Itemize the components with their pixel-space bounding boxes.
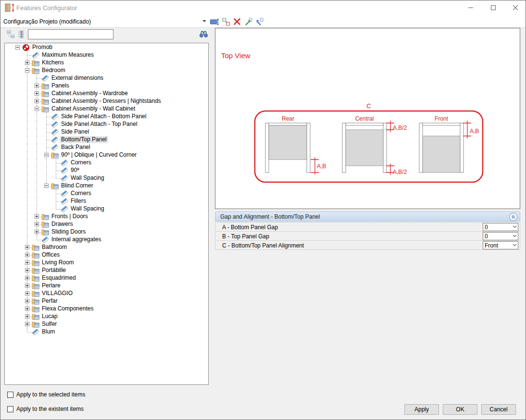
tree-expander-plus[interactable] <box>25 307 29 311</box>
property-dropdown[interactable]: 0 <box>483 232 518 240</box>
tree-item[interactable]: Fronts | Doors <box>5 213 208 221</box>
tree-expander-plus[interactable] <box>25 253 29 257</box>
tree-expander-minus[interactable] <box>44 184 49 188</box>
tree-expander-plus[interactable] <box>25 61 29 65</box>
tree-expander-minus[interactable] <box>25 68 29 73</box>
svg-text:Front: Front <box>435 115 449 122</box>
minimize-button[interactable] <box>460 0 482 15</box>
tree-item[interactable]: Portábille <box>5 267 208 274</box>
apply-selected-items-option[interactable]: Apply to the selected items <box>7 391 85 398</box>
tree-expander-plus[interactable] <box>35 99 39 103</box>
tree-item[interactable]: 90ª <box>5 167 208 174</box>
apply-selected-checkbox[interactable] <box>7 392 13 398</box>
tree-item[interactable]: Promob <box>5 44 208 51</box>
tree-item[interactable]: Panels <box>5 82 208 90</box>
apply-existent-items-option[interactable]: Apply to the existent items <box>7 405 84 413</box>
tree-item[interactable]: 90º | Oblique | Curved Corner <box>5 151 208 159</box>
tree-expander-plus[interactable] <box>35 230 39 234</box>
folder-icon <box>51 151 59 159</box>
tree-item[interactable]: Sliding Doors <box>5 228 208 236</box>
toolbar: Configuração Projeto (modificado) <box>0 15 526 28</box>
tree-item[interactable]: Bedroom <box>5 67 208 74</box>
tree-item[interactable]: Cabinet Assembly - Wall Cabinet <box>5 105 208 113</box>
tree-item[interactable]: Corners <box>5 190 208 198</box>
cancel-button[interactable]: Cancel <box>481 404 516 415</box>
apply-existent-checkbox[interactable] <box>7 406 13 412</box>
property-dropdown[interactable]: 0 <box>483 223 518 231</box>
apply-button[interactable]: Apply <box>404 404 439 415</box>
property-row: C - Bottom/Top Panel AlignmentFront <box>215 240 520 250</box>
maximize-button[interactable] <box>482 0 504 15</box>
tree-item[interactable]: Wall Spacing <box>5 205 208 213</box>
tree-item[interactable]: Kitchens <box>5 59 208 67</box>
tree-item[interactable]: Perfar <box>5 297 208 305</box>
tree-item[interactable]: Esquadrimed <box>5 274 208 282</box>
tree-item[interactable]: Blind Corner <box>5 182 208 190</box>
tree-expander-plus[interactable] <box>25 322 29 326</box>
tree-expander-plus[interactable] <box>25 314 29 319</box>
property-label: B - Top Panel Gap <box>222 233 269 240</box>
tree-item[interactable]: Living Room <box>5 259 208 267</box>
cabinet-front: Front A,B <box>419 115 479 173</box>
property-dropdown-value: Front <box>485 242 498 249</box>
svg-text:A,B: A,B <box>470 128 479 135</box>
tree-item[interactable]: Corners <box>5 159 208 167</box>
tree-item[interactable]: VILLAGGIO <box>5 290 208 297</box>
tree-item[interactable]: Maximum Measures <box>5 51 208 59</box>
tree-expander-minus[interactable] <box>44 153 49 157</box>
find-binoculars-icon[interactable] <box>199 30 209 38</box>
tree-item[interactable]: Internal aggregates <box>5 236 208 244</box>
tree-item[interactable]: Lucap <box>5 313 208 321</box>
tree-expander-plus[interactable] <box>35 91 39 96</box>
tree-item[interactable]: Bathroom <box>5 244 208 251</box>
tree-item[interactable]: Side Panel Attach - Top Panel <box>5 121 208 128</box>
tree-expander-plus[interactable] <box>25 268 29 272</box>
delete-configuration-button[interactable] <box>232 17 242 26</box>
tree-expander-plus[interactable] <box>25 260 29 265</box>
rename-configuration-button[interactable] <box>210 17 220 26</box>
tree-item[interactable]: Side Panel Attach - Bottom Panel <box>5 113 208 121</box>
tree-expander-plus[interactable] <box>35 222 39 226</box>
tree-expander-plus[interactable] <box>35 214 39 219</box>
close-button[interactable] <box>504 0 526 15</box>
tree-item[interactable]: Perlare <box>5 282 208 290</box>
ok-button[interactable]: OK <box>443 404 477 415</box>
tree-item[interactable]: Cabinet Assembly - Wardrobe <box>5 90 208 98</box>
expand-all-icon[interactable] <box>17 30 26 39</box>
tree-expander-minus[interactable] <box>35 107 39 111</box>
tree-item[interactable]: Wall Spacing <box>5 174 208 182</box>
import-configuration-button[interactable] <box>254 17 264 26</box>
tree-item[interactable]: External dimensions <box>5 74 208 82</box>
tree-item[interactable]: Bottom/Top Panel <box>5 136 208 144</box>
folder-icon <box>32 251 39 259</box>
tree-item[interactable]: Fillers <box>5 198 208 205</box>
tree-item[interactable]: Side Panel <box>5 128 208 136</box>
tree-item[interactable]: Cabinet Assembly - Dressers | Nightstand… <box>5 98 208 105</box>
configuration-selector[interactable]: Configuração Projeto (modificado) <box>3 17 207 26</box>
collapse-all-icon[interactable] <box>7 30 15 39</box>
tree-item-label: Promob <box>31 44 54 51</box>
property-group-header[interactable]: Gap and Alignment - Bottom/Top Panel <box>215 211 520 222</box>
tree-item[interactable]: Flexa Componentes <box>5 305 208 313</box>
tree-item[interactable]: Drawers <box>5 221 208 228</box>
collapse-section-icon[interactable] <box>509 213 517 221</box>
property-dropdown[interactable]: Front <box>483 241 518 249</box>
tree-expander-plus[interactable] <box>35 84 39 88</box>
tree-item[interactable]: Back Panel <box>5 144 208 151</box>
tree-expander-plus[interactable] <box>25 291 29 296</box>
tree-expander-plus[interactable] <box>25 299 29 303</box>
tree-expander-plus[interactable] <box>25 245 29 249</box>
svg-text:A,B/2: A,B/2 <box>393 169 407 175</box>
tree-item[interactable]: Blum <box>5 328 208 336</box>
folder-icon <box>41 105 49 113</box>
copy-configuration-button[interactable] <box>221 17 231 26</box>
tree-item-label: Maximum Measures <box>40 51 95 59</box>
folder-icon <box>32 282 39 290</box>
tree-expander-plus[interactable] <box>25 276 29 280</box>
tree-expander-plus[interactable] <box>25 284 29 288</box>
tree-item[interactable]: Offices <box>5 251 208 259</box>
tree-expander-minus[interactable] <box>15 45 20 49</box>
search-input[interactable] <box>28 29 113 39</box>
tree-item[interactable]: Sulfer <box>5 321 208 328</box>
export-configuration-button[interactable] <box>243 17 253 26</box>
